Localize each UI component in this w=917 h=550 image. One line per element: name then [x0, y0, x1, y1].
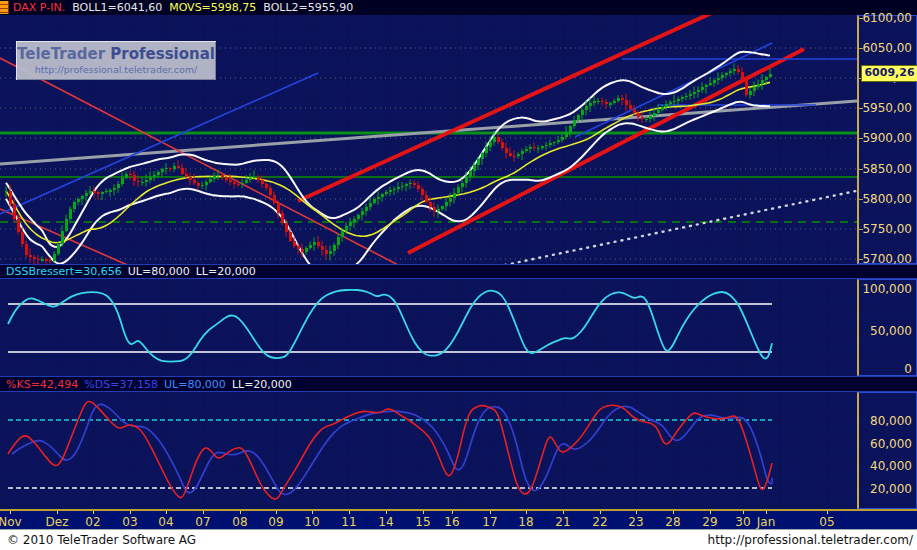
time-axis-label: 02 [85, 515, 100, 529]
time-axis-label: 17 [482, 515, 497, 529]
time-axis-tick [490, 511, 491, 514]
title-value-segment: DAX P-IN. [13, 1, 65, 14]
time-axis-tick [766, 511, 767, 514]
title-value-segment: BOLL2=5955,90 [263, 1, 353, 14]
time-axis-label: 28 [665, 515, 680, 529]
time-axis-tick [276, 511, 277, 514]
time-axis-tick [203, 511, 204, 514]
time-axis-tick [600, 511, 601, 514]
dss-indicator-label-bar[interactable]: DSSBressert=30,656UL=80,000LL=20,000 [0, 264, 917, 279]
time-axis-label: 16 [444, 515, 459, 529]
price-axis-tick [859, 259, 863, 260]
ks-axis[interactable]: 80,00060,00040,00020,000 [857, 392, 917, 509]
price-axis-label: 5900,00 [862, 131, 912, 145]
time-axis-tick [563, 511, 564, 514]
time-axis-tick [827, 511, 828, 514]
price-axis-tick [859, 108, 863, 109]
dss-axis-label: 100,000 [862, 282, 912, 296]
price-axis-label: 6050,00 [862, 41, 912, 55]
time-axis-label: 14 [378, 515, 393, 529]
teletrader-chart-window: DAX P-IN.BOLL1=6041,60MOVS=5998,75BOLL2=… [0, 0, 917, 550]
copyright-text: © 2010 TeleTrader Software AG [7, 533, 196, 547]
price-axis-tick [859, 169, 863, 170]
price-axis-label: 6100,00 [862, 11, 912, 25]
ks-indicator-label-bar[interactable]: %KS=42,494%DS=37,158UL=80,000LL=20,000 [0, 376, 917, 392]
price-axis-label: 5850,00 [862, 162, 912, 176]
time-axis-label: 10 [304, 515, 319, 529]
time-axis-tick [312, 511, 313, 514]
price-axis-tick [859, 18, 863, 19]
last-price-badge: 6009,26 [861, 65, 917, 82]
time-axis-label: 30 [735, 515, 750, 529]
time-axis-label: 29 [702, 515, 717, 529]
time-axis-tick [57, 511, 58, 514]
ks-axis-label: 20,000 [870, 482, 912, 496]
time-axis-label: 23 [628, 515, 643, 529]
time-axis[interactable]: NovDez0203040708091011141516171821222328… [0, 509, 917, 529]
dss-axis-label: 50,000 [870, 324, 912, 338]
time-axis-tick [423, 511, 424, 514]
dss-label-segment: UL=80,000 [128, 265, 190, 278]
ks-axis-label: 60,000 [870, 437, 912, 451]
ks-label-segment: LL=20,000 [232, 378, 292, 391]
time-axis-label: 22 [592, 515, 607, 529]
watermark-url: http://professional.teletrader.com/ [16, 64, 216, 75]
time-axis-label: 03 [122, 515, 137, 529]
chart-title-values: DAX P-IN.BOLL1=6041,60MOVS=5998,75BOLL2=… [13, 1, 360, 15]
dss-label-segment: LL=20,000 [196, 265, 256, 278]
time-axis-label: 05 [819, 515, 834, 529]
time-axis-label: 21 [555, 515, 570, 529]
time-axis-tick [452, 511, 453, 514]
main-plot-area[interactable]: TeleTrader Professional http://professio… [0, 15, 857, 264]
time-axis-label: 18 [518, 515, 533, 529]
time-axis-tick [743, 511, 744, 514]
time-axis-tick [526, 511, 527, 514]
price-axis-tick [859, 48, 863, 49]
time-axis-label: 09 [268, 515, 283, 529]
chart-title-bar: DAX P-IN.BOLL1=6041,60MOVS=5998,75BOLL2=… [0, 0, 917, 15]
time-axis-label: Jan [757, 515, 776, 529]
ks-axis-label: 80,000 [870, 414, 912, 428]
ks-label-segment: %DS=37,158 [84, 378, 158, 391]
price-axis-tick [859, 229, 863, 230]
time-axis-label: Nov [0, 515, 22, 529]
title-value-segment: MOVS=5998,75 [169, 1, 256, 14]
dss-chart-canvas[interactable] [0, 279, 857, 376]
price-axis-label: 5950,00 [862, 101, 912, 115]
status-bar: © 2010 TeleTrader Software AG http://pro… [0, 529, 917, 550]
time-axis-tick [240, 511, 241, 514]
time-axis-tick [386, 511, 387, 514]
time-axis-tick [10, 511, 11, 514]
time-axis-tick [673, 511, 674, 514]
time-axis-label: 11 [341, 515, 356, 529]
ks-chart-canvas[interactable] [0, 392, 857, 509]
main-chart-row: TeleTrader Professional http://professio… [0, 15, 917, 264]
time-axis-label: Dez [46, 515, 69, 529]
ks-plot-area[interactable] [0, 392, 857, 509]
time-axis-label: 08 [232, 515, 247, 529]
ks-panel-row: 80,00060,00040,00020,000 [0, 392, 917, 509]
price-axis-tick [859, 199, 863, 200]
price-axis-label: 5750,00 [862, 222, 912, 236]
ks-axis-label: 40,000 [870, 459, 912, 473]
time-axis-label: 04 [158, 515, 173, 529]
time-axis-label: 15 [415, 515, 430, 529]
time-axis-label: 07 [195, 515, 210, 529]
price-axis-label: 5800,00 [862, 192, 912, 206]
dss-label-segment: DSSBressert=30,656 [6, 265, 122, 278]
dss-axis[interactable]: 100,00050,0000 [857, 279, 917, 376]
ks-label-segment: %KS=42,494 [6, 378, 78, 391]
time-axis-tick [93, 511, 94, 514]
time-axis-tick [636, 511, 637, 514]
status-url-text: http://professional.teletrader.com/ [708, 533, 913, 547]
window-grip-icon[interactable] [0, 1, 9, 14]
watermark-title: TeleTrader Professional [16, 45, 216, 63]
ks-label-segment: UL=80,000 [164, 378, 226, 391]
time-axis-tick [166, 511, 167, 514]
time-axis-tick [349, 511, 350, 514]
dss-plot-area[interactable] [0, 279, 857, 376]
price-axis[interactable]: 6100,006050,006000,005950,005900,005850,… [857, 15, 917, 264]
dss-axis-label: 0 [904, 362, 912, 376]
watermark-box: TeleTrader Professional http://professio… [16, 41, 216, 80]
time-axis-tick [130, 511, 131, 514]
